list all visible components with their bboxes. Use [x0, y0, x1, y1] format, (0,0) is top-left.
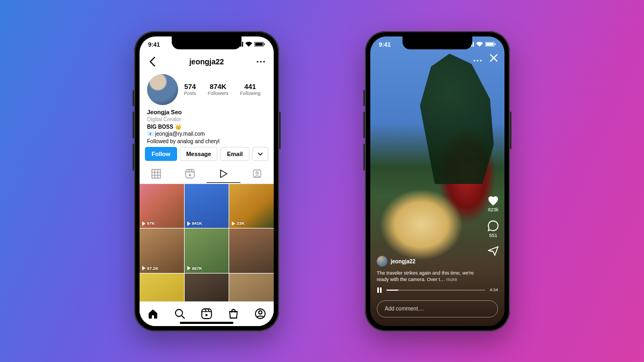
nav-search[interactable]	[173, 307, 187, 321]
nav-reels[interactable]	[200, 307, 214, 321]
grid-item[interactable]: 23K	[229, 184, 274, 228]
nav-home[interactable]	[146, 307, 160, 321]
video-progress: 4:34	[377, 285, 498, 295]
play-icon	[218, 169, 228, 179]
video-caption: jeongja22 The traveler strikes again and…	[377, 256, 474, 283]
profile-header: jeongja22	[140, 53, 274, 71]
view-count: 87.2K	[147, 266, 158, 271]
share-button[interactable]	[487, 246, 499, 256]
like-button[interactable]: 823k	[487, 195, 499, 212]
play-icon	[142, 266, 146, 270]
wifi-icon	[245, 42, 252, 47]
reels-icon	[185, 169, 195, 179]
back-button[interactable]	[146, 55, 159, 68]
progress-fill	[386, 290, 398, 291]
comment-button[interactable]: 551	[487, 220, 499, 238]
tab-video[interactable]	[207, 165, 240, 183]
stat-value: 574	[184, 83, 196, 91]
svg-rect-12	[253, 170, 261, 178]
svg-point-27	[477, 60, 479, 61]
grid-icon	[151, 169, 161, 179]
chevron-down-icon	[258, 152, 263, 156]
profile-icon	[254, 308, 266, 320]
video-top-controls	[473, 54, 498, 64]
stat-label: Following	[240, 91, 260, 96]
reels-icon	[201, 308, 213, 320]
svg-rect-30	[380, 287, 382, 293]
view-count: 97K	[147, 221, 155, 226]
close-button[interactable]	[489, 54, 498, 64]
stat-label: Followers	[208, 91, 229, 96]
pause-icon	[377, 287, 382, 293]
play-icon	[187, 266, 191, 270]
caption-user[interactable]: jeongja22	[377, 256, 474, 267]
phone-profile: 9:41 jeongja22 574Posts 874KFollowers 44…	[134, 31, 279, 331]
more-options-button[interactable]	[473, 54, 482, 64]
like-count: 823k	[488, 207, 499, 212]
svg-rect-24	[486, 43, 494, 46]
stat-posts[interactable]: 574Posts	[184, 83, 196, 96]
svg-rect-25	[495, 43, 496, 45]
tab-tagged[interactable]	[240, 165, 274, 183]
battery-icon	[485, 42, 496, 47]
follow-button[interactable]: Follow	[145, 147, 177, 161]
progress-track[interactable]	[386, 290, 485, 291]
pause-button[interactable]	[377, 285, 382, 295]
tab-grid[interactable]	[140, 165, 173, 183]
status-time: 9:41	[379, 41, 391, 48]
more-options-button[interactable]	[254, 55, 267, 68]
home-icon	[147, 308, 159, 320]
comment-count: 551	[489, 233, 497, 238]
svg-point-9	[260, 61, 262, 62]
nav-shop[interactable]	[226, 307, 240, 321]
stat-followers[interactable]: 874KFollowers	[208, 83, 229, 96]
video-action-rail: 823k 551	[487, 195, 499, 256]
svg-point-14	[175, 309, 182, 316]
svg-rect-6	[255, 43, 263, 46]
comment-icon	[487, 220, 499, 232]
message-button[interactable]: Message	[180, 147, 217, 161]
nav-profile[interactable]	[253, 307, 267, 321]
category: Digital Creator	[147, 116, 266, 123]
email-button[interactable]: Email	[220, 147, 250, 161]
followed-by: Followed by analog and cheryl	[147, 138, 266, 145]
phone-video-player: 9:41 823k 551	[365, 31, 510, 331]
svg-rect-29	[377, 287, 379, 293]
profile-bio: Jeongja Seo Digital Creator BIG BOSS 👑 📧…	[147, 108, 266, 145]
post-grid: 97K 841K 23K 87.2K 667K	[140, 184, 274, 318]
grid-item[interactable]: 87.2K	[140, 228, 184, 273]
suggested-button[interactable]	[252, 147, 268, 161]
heart-icon	[487, 195, 499, 206]
add-comment-input[interactable]: Add comment....	[377, 300, 498, 317]
shop-icon	[228, 308, 239, 320]
home-indicator[interactable]	[180, 322, 233, 324]
tab-reels[interactable]	[173, 165, 207, 183]
avatar	[377, 256, 387, 267]
profile-username-title: jeongja22	[189, 57, 224, 66]
close-icon	[489, 54, 498, 62]
svg-point-17	[259, 311, 262, 314]
view-count: 23K	[237, 221, 245, 226]
status-time: 9:41	[148, 41, 160, 48]
comment-placeholder: Add comment....	[385, 306, 424, 312]
avatar[interactable]	[147, 74, 178, 105]
grid-item[interactable]: 841K	[185, 184, 229, 228]
profile-actions: Follow Message Email	[145, 147, 268, 161]
svg-point-26	[474, 60, 475, 61]
svg-rect-4	[242, 42, 243, 47]
bio-text: BIG BOSS 👑	[147, 123, 266, 131]
stat-following[interactable]: 441Following	[240, 83, 260, 96]
grid-item[interactable]: 97K	[140, 184, 184, 228]
svg-point-13	[256, 172, 258, 174]
caption-more[interactable]: more	[447, 277, 458, 282]
svg-rect-15	[202, 309, 211, 319]
tagged-icon	[252, 169, 262, 179]
caption-text: The traveler strikes again and this time…	[377, 270, 474, 282]
svg-rect-7	[264, 43, 265, 45]
grid-item[interactable]	[229, 228, 274, 273]
stat-label: Posts	[184, 91, 196, 96]
profile-tabs	[140, 165, 274, 183]
profile-summary: 574Posts 874KFollowers 441Following	[140, 72, 274, 107]
grid-item[interactable]: 667K	[185, 228, 229, 273]
svg-point-28	[480, 60, 482, 61]
